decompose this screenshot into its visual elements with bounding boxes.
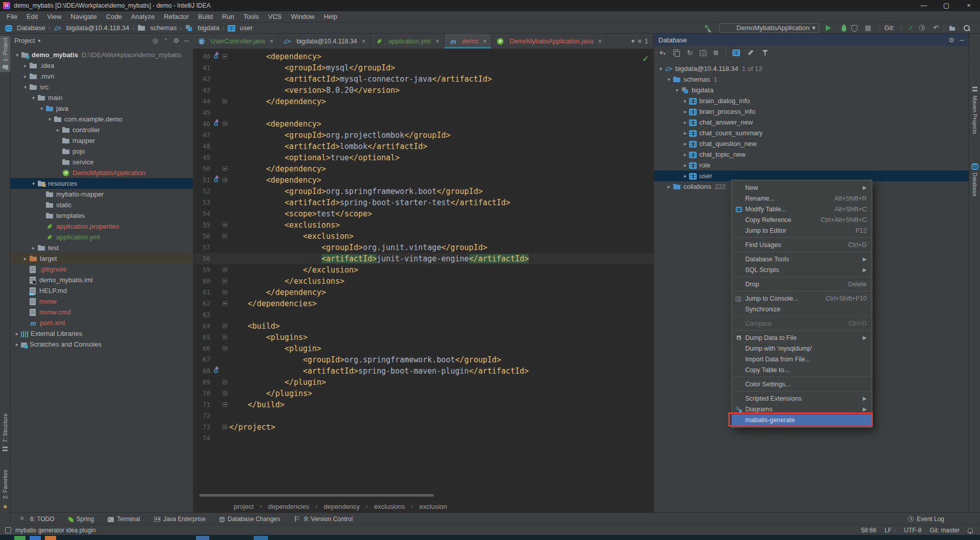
project-row-static[interactable]: static (10, 200, 193, 210)
menu-tools[interactable]: Tools (239, 11, 263, 22)
project-row-help-md[interactable]: HELP.md (10, 285, 193, 296)
fold-marker[interactable] (222, 219, 229, 231)
windows-taskbar[interactable] (0, 535, 980, 540)
locate-icon[interactable]: ◎ (153, 37, 158, 44)
menu-item-diagrams[interactable]: Diagrams▶ (732, 404, 872, 414)
line-separator[interactable]: LF ↕ (885, 527, 896, 534)
chevron-down-icon[interactable]: ▾ (673, 87, 681, 93)
code-line-71[interactable]: 71 </build> (193, 399, 653, 410)
git-commit-icon[interactable]: ✓ (908, 24, 914, 32)
project-row-gitignore[interactable]: .gitignore (10, 264, 193, 275)
menu-item-dump-data-to-file[interactable]: Dump Data to File▶ (732, 332, 872, 343)
toolwindow-button-database-changes[interactable]: Database Changes (219, 516, 280, 523)
chevron-right-icon[interactable]: ▸ (21, 63, 29, 68)
editor-breadcrumb-exclusions[interactable]: exclusions (374, 503, 405, 510)
code-line-73[interactable]: 73</project> (193, 422, 653, 433)
fold-marker[interactable] (222, 51, 229, 62)
project-structure-icon[interactable] (949, 26, 955, 32)
database-row-chat-answer-new[interactable]: ▸chat_answer_new (654, 117, 969, 128)
fold-icon[interactable] (223, 425, 227, 429)
chevron-down-icon[interactable]: ▾ (13, 52, 21, 58)
history-icon[interactable] (919, 25, 925, 31)
chevron-right-icon[interactable]: ▸ (681, 162, 689, 168)
fold-icon[interactable] (223, 166, 227, 171)
toolwindow-button-event-log[interactable]: Event Log (908, 516, 944, 523)
collapse-all-icon[interactable]: ⌃ (163, 37, 168, 44)
project-row-controller[interactable]: ▸controller (10, 125, 193, 135)
fold-marker[interactable] (222, 422, 229, 433)
fold-icon[interactable] (223, 178, 227, 182)
toolwindow-button-9-version-control[interactable]: 9: Version Control (293, 515, 353, 523)
menu-code[interactable]: Code (102, 11, 127, 22)
database-row-role[interactable]: ▸role (654, 160, 969, 170)
editor-breadcrumb-project[interactable]: project (234, 503, 254, 510)
menu-item-dump-with-mysqldump[interactable]: Dump with 'mysqldump' (732, 343, 872, 354)
tab-bigdata-10-4-118-34[interactable]: bigdata@10.4.118.34× (279, 34, 371, 48)
fold-marker[interactable] (222, 118, 229, 130)
database-row-schemas[interactable]: ▾schemas1 (654, 74, 969, 85)
hide-panel-icon[interactable]: ─ (184, 37, 189, 44)
fold-icon[interactable] (223, 380, 227, 384)
code-line-62[interactable]: 62 </dependencies> (193, 298, 653, 309)
tab-demomybatisapplication-java[interactable]: DemoMybatisApplication.java× (492, 34, 607, 48)
editor-breadcrumb-dependencies[interactable]: dependencies (268, 503, 309, 510)
chevron-right-icon[interactable]: ▸ (681, 152, 689, 157)
search-everywhere-icon[interactable] (963, 24, 970, 32)
rollback-icon[interactable]: ↶ (933, 24, 939, 32)
chevron-right-icon[interactable]: ▸ (681, 141, 689, 146)
chevron-down-icon[interactable]: ▾ (30, 181, 37, 186)
project-row-demo-mybatis-iml[interactable]: demo_mybatis.iml (10, 275, 193, 285)
project-row-idea[interactable]: ▸.idea (10, 60, 193, 71)
fold-icon[interactable] (223, 391, 227, 396)
menu-file[interactable]: File (2, 11, 22, 22)
chevron-right-icon[interactable]: ▸ (54, 127, 62, 133)
edit-icon[interactable] (747, 48, 755, 57)
menu-item-jump-to-editor[interactable]: Jump to EditorF12 (732, 225, 872, 236)
project-row-external-libraries[interactable]: ▸External Libraries (10, 328, 193, 339)
chevron-down-icon[interactable]: ▾ (38, 106, 45, 111)
menu-vcs[interactable]: VCS (263, 11, 286, 22)
hidden-tabs-list-icon[interactable]: ≡ (638, 37, 642, 45)
menu-item-color-settings[interactable]: Color Settings... (732, 379, 872, 389)
breadcrumb-bigdata[interactable]: bigdata (184, 24, 220, 32)
fold-marker[interactable] (222, 276, 229, 287)
code-line-58[interactable]: 58 <artifactId>junit-vintage-engine</art… (193, 253, 653, 264)
close-icon[interactable]: × (598, 37, 602, 45)
menu-item-synchronize[interactable]: Synchronize (732, 304, 872, 314)
menu-item-import-data-from-file[interactable]: Import Data from File... (732, 354, 872, 364)
menu-item-database-tools[interactable]: Database Tools▶ (732, 254, 872, 264)
fold-icon[interactable] (223, 223, 227, 227)
breadcrumb-bigdata-10-4-118-34[interactable]: bigdata@10.4.118.34 (53, 24, 131, 32)
fold-marker[interactable] (222, 96, 229, 107)
code-line-44[interactable]: 44 </dependency> (193, 96, 653, 107)
horizontal-scrollbar[interactable] (199, 494, 434, 497)
fold-icon[interactable] (223, 335, 227, 339)
code-line-56[interactable]: 56 <exclusion> (193, 231, 653, 242)
toolwindow-button-6-todo[interactable]: 6: TODO (19, 515, 55, 523)
fold-icon[interactable] (223, 402, 227, 407)
tool-strip-tab-7-structure[interactable]: 7: Structure (0, 411, 10, 453)
menu-analyze[interactable]: Analyze (127, 11, 159, 22)
fold-icon[interactable] (223, 234, 227, 238)
menu-item-sql-scripts[interactable]: SQL Scripts▶ (732, 264, 872, 275)
toolwindow-button-terminal[interactable]: Terminal (107, 516, 140, 523)
fold-icon[interactable] (223, 99, 227, 104)
code-editor[interactable]: 40 <dependency>41 <groupId>mysql</groupI… (193, 51, 653, 444)
menu-item-copy-reference[interactable]: Copy ReferenceCtrl+Alt+Shift+C (732, 214, 872, 225)
fold-icon[interactable] (223, 301, 227, 306)
fold-marker[interactable] (222, 388, 229, 399)
fold-marker[interactable] (222, 332, 229, 343)
toolwindow-button-spring[interactable]: Spring (68, 516, 94, 523)
code-line-61[interactable]: 61 </dependency> (193, 287, 653, 298)
menu-view[interactable]: View (42, 11, 66, 22)
taskbar-app-1[interactable] (30, 536, 41, 540)
tab-application-yml[interactable]: application.yml× (371, 34, 444, 48)
code-line-67[interactable]: 67 <groupId>org.springframework.boot</gr… (193, 354, 653, 365)
chevron-down-icon[interactable]: ▾ (631, 37, 635, 45)
caret-position[interactable]: 58:66 (861, 527, 876, 534)
update-arrow-icon[interactable] (214, 178, 218, 182)
add-datasource-icon[interactable]: +▾ (659, 48, 666, 57)
taskbar-app-3[interactable] (196, 536, 209, 540)
fold-marker[interactable] (222, 287, 229, 298)
code-line-41[interactable]: 41 <groupId>mysql</groupId> (193, 62, 653, 73)
